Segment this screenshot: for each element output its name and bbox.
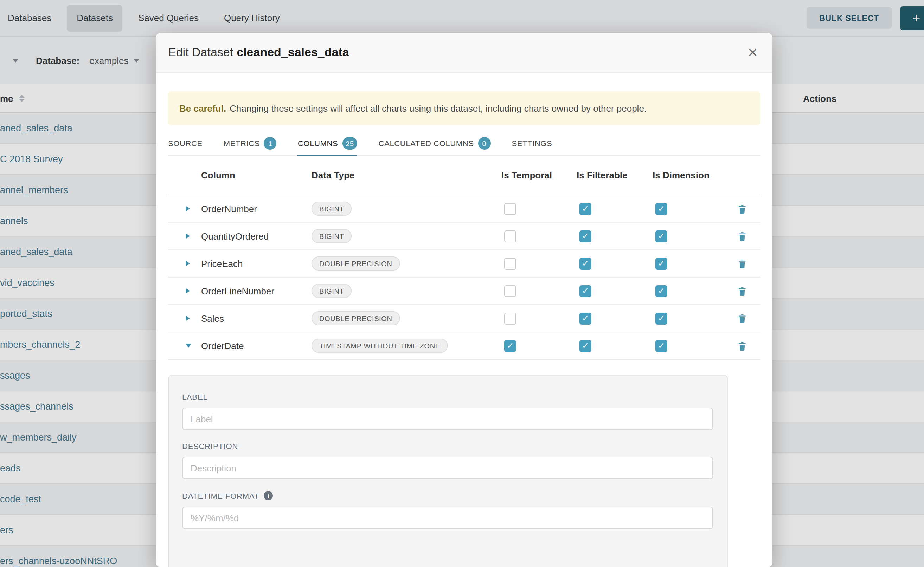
field-label-text: DESCRIPTION	[182, 442, 238, 450]
modal-body: Be careful. Changing these settings will…	[156, 73, 772, 567]
label-field: LABEL	[182, 393, 713, 430]
tab-metrics[interactable]: METRICS1	[224, 132, 277, 156]
column-name: OrderDate	[201, 340, 312, 351]
delete-icon[interactable]	[737, 203, 748, 214]
tab-calculated-columns[interactable]: CALCULATED COLUMNS0	[379, 132, 491, 156]
tab-source[interactable]: SOURCE	[168, 132, 203, 156]
tab-label: METRICS	[224, 139, 260, 147]
is-temporal-checkbox[interactable]	[504, 203, 516, 214]
delete-icon[interactable]	[737, 258, 748, 269]
tab-label: CALCULATED COLUMNS	[379, 139, 474, 147]
table-row: OrderNumber BIGINT	[168, 195, 760, 223]
is-filterable-checkbox[interactable]	[579, 203, 591, 214]
warning-banner: Be careful. Changing these settings will…	[168, 92, 760, 125]
tab-columns[interactable]: COLUMNS25	[298, 132, 358, 156]
table-row: Sales DOUBLE PRECISION	[168, 305, 760, 332]
header-is-filterable: Is Filterable	[576, 170, 653, 181]
column-name: Sales	[201, 313, 312, 324]
columns-table-header: Column Data Type Is Temporal Is Filterab…	[168, 156, 760, 195]
label-input[interactable]	[182, 408, 713, 430]
is-filterable-checkbox[interactable]	[579, 230, 591, 242]
close-icon[interactable]: ✕	[748, 46, 758, 59]
expand-caret-icon[interactable]	[186, 261, 190, 266]
collapse-caret-icon[interactable]	[186, 344, 191, 348]
modal-title-dataset-name: cleaned_sales_data	[236, 46, 349, 59]
header-is-dimension: Is Dimension	[653, 170, 716, 181]
data-type-pill: BIGINT	[312, 202, 352, 216]
data-type-pill: TIMESTAMP WITHOUT TIME ZONE	[312, 339, 448, 353]
expand-caret-icon[interactable]	[186, 288, 190, 294]
is-dimension-checkbox[interactable]	[655, 258, 667, 270]
column-name: PriceEach	[201, 258, 312, 269]
tab-label: SOURCE	[168, 139, 203, 147]
expand-caret-icon[interactable]	[186, 315, 190, 321]
data-type-pill: BIGINT	[312, 284, 352, 298]
modal-title: Edit Datasetcleaned_sales_data	[168, 46, 349, 60]
tab-label: COLUMNS	[298, 139, 338, 147]
header-column: Column	[201, 170, 312, 181]
column-detail-panel: LABEL DESCRIPTION DATETIME FORMAT	[168, 375, 728, 567]
is-dimension-checkbox[interactable]	[655, 340, 667, 352]
is-dimension-checkbox[interactable]	[655, 285, 667, 297]
is-temporal-checkbox[interactable]	[504, 285, 516, 297]
is-dimension-checkbox[interactable]	[655, 230, 667, 242]
label-field-label: LABEL	[182, 393, 713, 401]
delete-icon[interactable]	[737, 340, 748, 351]
datetime-format-field: DATETIME FORMAT	[182, 491, 713, 529]
expand-caret-icon[interactable]	[186, 206, 190, 212]
is-temporal-checkbox[interactable]	[504, 230, 516, 242]
table-row: QuantityOrdered BIGINT	[168, 223, 760, 250]
is-temporal-checkbox[interactable]	[504, 340, 516, 352]
table-row: OrderDate TIMESTAMP WITHOUT TIME ZONE	[168, 332, 760, 360]
table-row: OrderLineNumber BIGINT	[168, 278, 760, 305]
modal-tabs: SOURCE METRICS1 COLUMNS25 CALCULATED COL…	[168, 132, 760, 156]
is-dimension-checkbox[interactable]	[655, 203, 667, 214]
is-filterable-checkbox[interactable]	[579, 258, 591, 270]
tab-label: SETTINGS	[512, 139, 552, 147]
app: Databases Datasets Saved Queries Query H…	[0, 0, 924, 567]
column-name: QuantityOrdered	[201, 231, 312, 242]
is-filterable-checkbox[interactable]	[579, 312, 591, 324]
header-is-temporal: Is Temporal	[501, 170, 576, 181]
is-temporal-checkbox[interactable]	[504, 258, 516, 270]
modal-header: Edit Datasetcleaned_sales_data ✕	[156, 33, 772, 73]
column-name: OrderLineNumber	[201, 286, 312, 296]
delete-icon[interactable]	[737, 313, 748, 324]
description-field-label: DESCRIPTION	[182, 442, 713, 450]
description-field: DESCRIPTION	[182, 442, 713, 479]
data-type-pill: DOUBLE PRECISION	[312, 256, 400, 270]
count-badge: 25	[342, 137, 357, 150]
expand-caret-icon[interactable]	[186, 233, 190, 239]
field-label-text: LABEL	[182, 393, 208, 401]
info-icon[interactable]	[264, 491, 273, 500]
data-type-pill: BIGINT	[312, 229, 352, 243]
is-dimension-checkbox[interactable]	[655, 312, 667, 324]
modal-title-prefix: Edit Dataset	[168, 46, 233, 59]
header-data-type: Data Type	[312, 170, 501, 181]
field-label-text: DATETIME FORMAT	[182, 492, 259, 500]
is-filterable-checkbox[interactable]	[579, 340, 591, 352]
data-type-pill: DOUBLE PRECISION	[312, 311, 400, 325]
delete-icon[interactable]	[737, 286, 748, 296]
count-badge: 1	[264, 137, 277, 150]
table-row: PriceEach DOUBLE PRECISION	[168, 250, 760, 278]
count-badge: 0	[478, 137, 491, 150]
edit-dataset-modal: Edit Datasetcleaned_sales_data ✕ Be care…	[156, 33, 772, 567]
warning-bold-text: Be careful.	[179, 103, 226, 114]
description-input[interactable]	[182, 457, 713, 479]
datetime-format-input[interactable]	[182, 507, 713, 529]
warning-text: Changing these settings will affect all …	[230, 103, 647, 114]
tab-settings[interactable]: SETTINGS	[512, 132, 552, 156]
datetime-format-field-label: DATETIME FORMAT	[182, 491, 713, 500]
is-temporal-checkbox[interactable]	[504, 312, 516, 324]
delete-icon[interactable]	[737, 231, 748, 242]
is-filterable-checkbox[interactable]	[579, 285, 591, 297]
column-name: OrderNumber	[201, 203, 312, 214]
